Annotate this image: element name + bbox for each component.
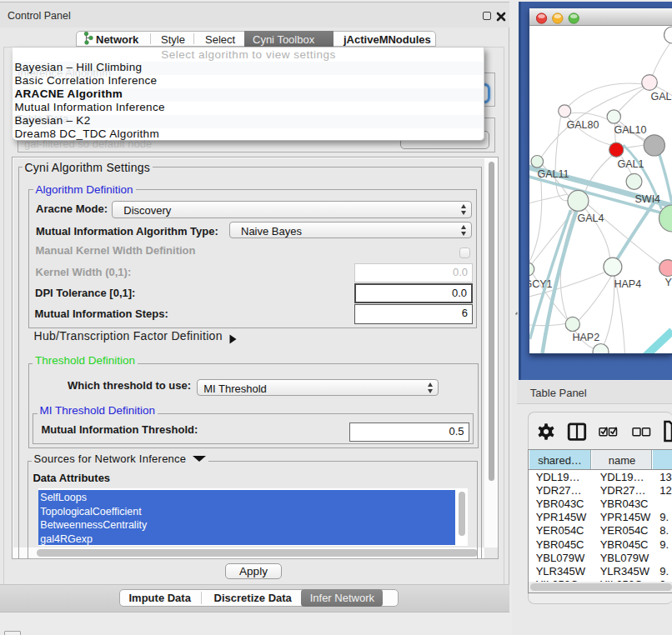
- svg-text:Y: Y: [664, 277, 672, 288]
- svg-text:GAL4: GAL4: [577, 212, 604, 224]
- svg-text:HAP4: HAP4: [614, 278, 641, 290]
- svg-text:GAL7: GAL7: [650, 91, 672, 102]
- svg-text:GAL80: GAL80: [566, 119, 599, 131]
- svg-text:SWI4: SWI4: [634, 193, 660, 205]
- svg-text:GCY1: GCY1: [529, 278, 553, 290]
- svg-text:GAL1: GAL1: [617, 158, 644, 170]
- svg-text:GAL10: GAL10: [614, 124, 646, 136]
- svg-text:HAP2: HAP2: [572, 332, 599, 343]
- svg-text:GAL11: GAL11: [537, 168, 569, 180]
